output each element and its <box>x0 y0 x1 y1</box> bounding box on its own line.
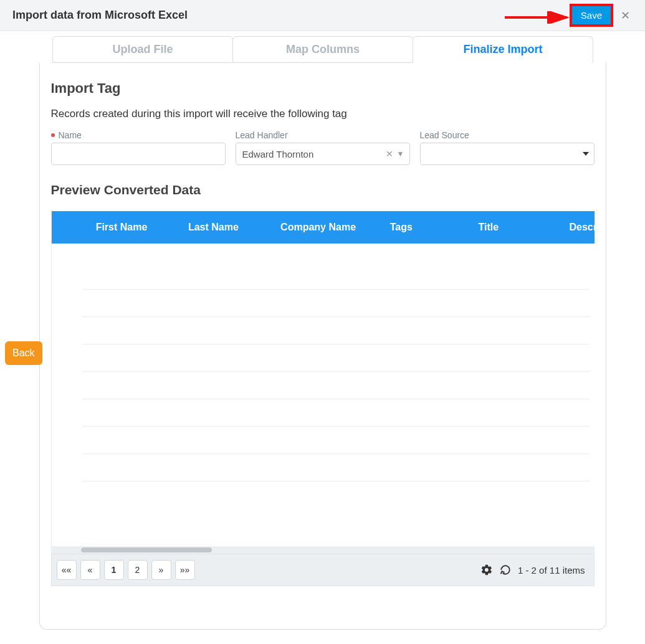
pager-last-button[interactable]: »» <box>175 560 195 580</box>
pager-info: 1 - 2 of 11 items <box>518 565 585 575</box>
modal-title: Import data from Microsoft Excel <box>12 9 570 22</box>
grid-header-last-name[interactable]: Last Name <box>179 222 272 233</box>
lead-handler-value: Edward Thornton <box>242 149 386 159</box>
pager-page-2-button[interactable]: 2 <box>128 560 148 580</box>
pager-page-1-button[interactable]: 1 <box>104 560 124 580</box>
grid-header-first-name[interactable]: First Name <box>87 222 179 233</box>
table-row <box>83 372 590 399</box>
lead-source-field-group: Lead Source <box>420 130 595 165</box>
required-dot-icon <box>51 133 55 137</box>
save-button-highlight: Save <box>570 4 613 27</box>
grid-header-description[interactable]: Description <box>532 222 594 233</box>
preview-heading: Preview Converted Data <box>40 182 606 211</box>
import-tag-heading: Import Tag <box>40 80 606 108</box>
import-tag-form-row: Name Lead Handler Edward Thornton ✕ ▼ Le… <box>40 130 606 182</box>
close-icon[interactable]: ✕ <box>618 9 633 22</box>
pager-next-button[interactable]: » <box>151 560 171 580</box>
table-row <box>83 399 590 427</box>
chevron-down-icon <box>583 152 589 156</box>
lead-source-label: Lead Source <box>420 130 595 140</box>
tab-map-columns[interactable]: Map Columns <box>232 36 413 63</box>
scrollbar-thumb[interactable] <box>81 547 212 552</box>
gear-icon[interactable] <box>480 564 493 576</box>
lead-handler-field-group: Lead Handler Edward Thornton ✕ ▼ <box>236 130 410 165</box>
lead-source-select[interactable] <box>420 143 595 165</box>
import-tag-description: Records created during this import will … <box>40 108 606 130</box>
preview-grid: First Name Last Name Company Name Tags T… <box>51 211 595 546</box>
lead-handler-select[interactable]: Edward Thornton ✕ ▼ <box>236 143 410 165</box>
chevron-down-icon: ▼ <box>397 149 404 158</box>
table-row <box>83 427 590 454</box>
horizontal-scrollbar[interactable] <box>51 546 595 554</box>
clear-icon[interactable]: ✕ <box>386 149 393 159</box>
name-input[interactable] <box>51 143 226 165</box>
table-row <box>83 454 590 481</box>
back-button[interactable]: Back <box>5 341 42 365</box>
pager-prev-button[interactable]: « <box>80 560 100 580</box>
table-row <box>83 262 590 290</box>
name-field-group: Name <box>51 130 226 165</box>
tab-upload-file[interactable]: Upload File <box>52 36 233 63</box>
finalize-panel: Import Tag Records created during this i… <box>39 63 606 630</box>
tab-finalize-import[interactable]: Finalize Import <box>413 36 593 63</box>
pager-bar: «« « 1 2 » »» 1 - 2 of 11 items <box>51 554 595 586</box>
name-label: Name <box>51 130 226 140</box>
refresh-icon[interactable] <box>499 564 512 576</box>
table-row <box>83 317 590 344</box>
grid-header-company[interactable]: Company Name <box>272 222 381 233</box>
save-button[interactable]: Save <box>572 6 611 24</box>
pager-first-button[interactable]: «« <box>57 560 77 580</box>
grid-header-tags[interactable]: Tags <box>381 222 446 233</box>
table-row <box>83 344 590 372</box>
grid-header-row: First Name Last Name Company Name Tags T… <box>52 211 595 244</box>
table-row <box>83 290 590 317</box>
grid-body <box>52 244 595 546</box>
grid-header-title[interactable]: Title <box>445 222 532 233</box>
modal-header: Import data from Microsoft Excel Save ✕ <box>0 0 645 31</box>
lead-handler-label: Lead Handler <box>236 130 410 140</box>
wizard-tabs: Upload File Map Columns Finalize Import <box>0 36 645 63</box>
